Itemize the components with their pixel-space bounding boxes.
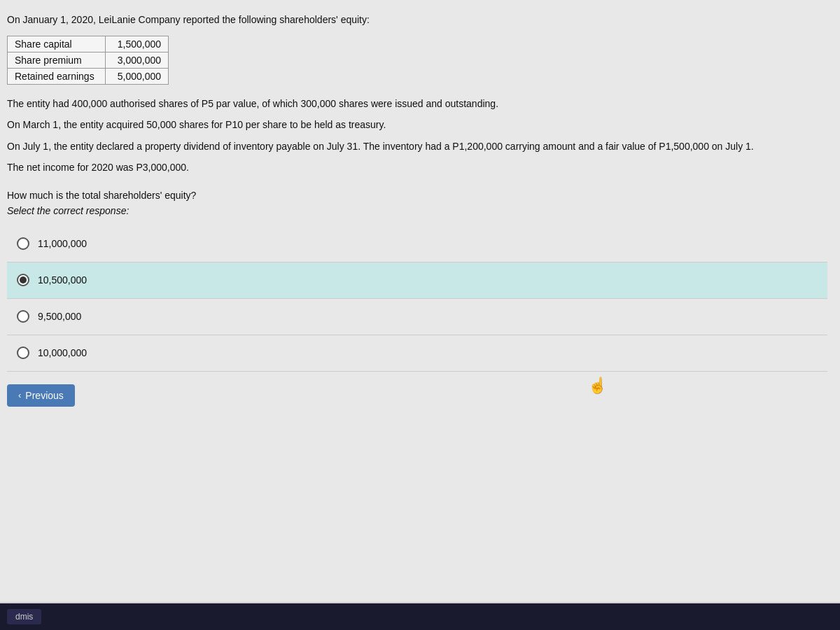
previous-button-label: Previous bbox=[25, 390, 63, 401]
options-container: 11,000,00010,500,0009,500,00010,000,000 bbox=[7, 226, 827, 372]
row-label: Share premium bbox=[8, 52, 106, 69]
intro-text: On January 1, 2020, LeiLanie Company rep… bbox=[7, 13, 827, 27]
taskbar: dmis bbox=[0, 603, 840, 630]
paragraph: On July 1, the entity declared a propert… bbox=[7, 139, 827, 154]
instruction-text: Select the correct response: bbox=[7, 205, 827, 216]
chevron-left-icon: ‹ bbox=[18, 390, 21, 400]
option-label-1: 11,000,000 bbox=[38, 238, 87, 249]
option-label-2: 10,500,000 bbox=[38, 274, 87, 286]
paragraphs-container: The entity had 400,000 authorised shares… bbox=[7, 96, 827, 176]
row-label: Share capital bbox=[8, 36, 106, 52]
option-label-3: 9,500,000 bbox=[38, 311, 81, 322]
taskbar-app-item[interactable]: dmis bbox=[7, 609, 41, 624]
row-value: 1,500,000 bbox=[106, 36, 169, 52]
question-text: How much is the total shareholders' equi… bbox=[7, 190, 827, 201]
row-label: Retained earnings bbox=[8, 69, 106, 85]
option-row-4[interactable]: 10,000,000 bbox=[7, 335, 827, 372]
row-value: 3,000,000 bbox=[106, 52, 169, 69]
paragraph: On March 1, the entity acquired 50,000 s… bbox=[7, 117, 827, 132]
radio-button-1 bbox=[17, 237, 29, 250]
cursor-hand-icon: ☝ bbox=[588, 377, 607, 395]
table-row: Retained earnings5,000,000 bbox=[8, 69, 169, 85]
option-row-3[interactable]: 9,500,000 bbox=[7, 299, 827, 335]
radio-button-4 bbox=[17, 346, 29, 359]
equity-table: Share capital1,500,000Share premium3,000… bbox=[7, 36, 169, 85]
option-row-2[interactable]: 10,500,000 bbox=[7, 262, 827, 299]
row-value: 5,000,000 bbox=[106, 69, 169, 85]
main-content: On January 1, 2020, LeiLanie Company rep… bbox=[0, 0, 840, 602]
option-row-1[interactable]: 11,000,000 bbox=[7, 226, 827, 262]
table-row: Share capital1,500,000 bbox=[8, 36, 169, 52]
paragraph: The entity had 400,000 authorised shares… bbox=[7, 96, 827, 111]
radio-button-3 bbox=[17, 310, 29, 323]
table-row: Share premium3,000,000 bbox=[8, 52, 169, 69]
radio-button-2 bbox=[17, 274, 29, 286]
option-label-4: 10,000,000 bbox=[38, 347, 87, 358]
previous-button[interactable]: ‹ Previous bbox=[7, 384, 75, 407]
paragraph: The net income for 2020 was P3,000,000. bbox=[7, 160, 827, 175]
